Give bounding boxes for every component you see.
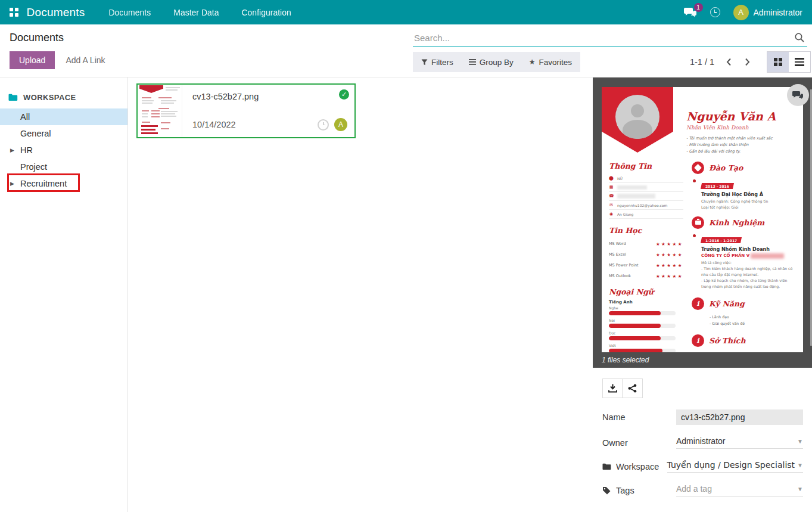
- messages-badge: 1: [694, 3, 703, 12]
- cv-info-heading: Thông Tin: [609, 162, 683, 170]
- sidebar-item-all[interactable]: All: [0, 108, 127, 125]
- cv-experience-heading: Kinh Nghiệm: [709, 218, 764, 227]
- document-date: 10/14/2022: [192, 120, 236, 129]
- preview-panel: Nguyễn Văn A Nhân Viên Kinh Doanh - Tôi …: [593, 77, 812, 512]
- cv-objectives: - Tôi muốn trở thành một nhân viên xuất …: [686, 135, 799, 155]
- caret-right-icon[interactable]: ▶: [10, 147, 14, 153]
- caret-right-icon[interactable]: ▶: [10, 181, 14, 187]
- app-brand[interactable]: Documents: [27, 6, 85, 19]
- tags-input[interactable]: Add a tag ▼: [676, 484, 803, 497]
- apps-menu-icon[interactable]: [10, 8, 18, 17]
- cv-computer-heading: Tin Học: [609, 226, 683, 235]
- activity-clock-icon[interactable]: [318, 119, 329, 131]
- tag-icon: [602, 486, 611, 495]
- chevron-down-icon: ▼: [797, 462, 803, 468]
- sidebar-item-hr[interactable]: ▶ HR: [0, 142, 127, 159]
- control-panel: Documents Upload Add A Link Filters: [0, 24, 812, 77]
- skills-info-icon: i: [692, 297, 704, 310]
- kanban-view-button[interactable]: [767, 52, 789, 72]
- sidebar-item-project[interactable]: Project: [0, 159, 127, 175]
- blurred-birthdate: [617, 185, 647, 190]
- cv-language-heading: Ngoại Ngữ: [609, 287, 683, 296]
- star-icon: ★: [529, 58, 536, 66]
- cv-hobby-heading: Sở Thích: [709, 336, 746, 345]
- tags-field-label: Tags: [602, 486, 676, 495]
- user-avatar: A: [733, 5, 749, 20]
- filters-button[interactable]: Filters: [421, 58, 453, 67]
- folder-icon: [8, 94, 18, 101]
- workspace-header: WORKSPACE: [0, 89, 127, 105]
- blurred-company: [751, 253, 784, 259]
- menu-configuration[interactable]: Configuration: [241, 8, 291, 17]
- search-options-group: Filters Group By ★ Favorites: [413, 52, 580, 72]
- workspace-field-label: Workspace: [602, 462, 667, 471]
- owner-select[interactable]: Administrator ▼: [676, 436, 803, 449]
- chat-bubble-icon: [792, 91, 804, 100]
- chevron-down-icon: ▼: [797, 438, 803, 445]
- search-icon[interactable]: [794, 32, 805, 43]
- cv-job-title: Nhân Viên Kinh Doanh: [686, 125, 799, 131]
- group-by-button[interactable]: Group By: [469, 58, 514, 67]
- kanban-icon: [774, 58, 782, 66]
- cv-preview-image[interactable]: Nguyễn Văn A Nhân Viên Kinh Doanh - Tôi …: [602, 87, 803, 352]
- cv-skills-heading: Kỹ Năng: [709, 299, 745, 308]
- share-button[interactable]: [623, 378, 643, 398]
- user-name: Administrator: [754, 8, 802, 17]
- owner-avatar[interactable]: A: [334, 118, 347, 131]
- documents-kanban-area: cv13-c52b27.png 10/14/2022 A ✓: [128, 77, 593, 512]
- list-view-button[interactable]: [789, 52, 810, 72]
- blurred-phone: [617, 194, 655, 198]
- folder-icon: [602, 463, 611, 470]
- document-thumbnail: [138, 85, 182, 136]
- favorites-button[interactable]: ★ Favorites: [529, 58, 572, 67]
- user-menu[interactable]: A Administrator: [733, 5, 802, 20]
- hobby-info-icon: i: [692, 334, 704, 347]
- cv-shield-shape: [602, 87, 673, 153]
- add-a-link-button[interactable]: Add A Link: [57, 51, 113, 69]
- workspace-sidebar: WORKSPACE All General ▶ HR Project ▶ Rec…: [0, 77, 128, 512]
- document-card[interactable]: cv13-c52b27.png 10/14/2022 A ✓: [136, 83, 356, 138]
- share-icon: [628, 384, 637, 393]
- chatter-toggle-button[interactable]: [787, 84, 809, 106]
- workspace-select[interactable]: Tuyển dụng / Design Specialist ▼: [667, 460, 803, 473]
- name-field-label: Name: [602, 412, 676, 422]
- files-selected-status: 1 files selected: [593, 352, 812, 368]
- cv-avatar-placeholder: [615, 95, 659, 139]
- menu-master-data[interactable]: Master Data: [173, 8, 219, 17]
- selected-check-icon[interactable]: ✓: [339, 89, 349, 100]
- chevron-down-icon: ▼: [797, 486, 803, 492]
- cv-education-heading: Đào Tạo: [709, 163, 743, 172]
- download-icon: [608, 384, 617, 393]
- name-field-input[interactable]: [676, 409, 803, 425]
- search-input[interactable]: [413, 30, 794, 46]
- education-icon: [692, 162, 704, 174]
- pager-previous-button[interactable]: [725, 57, 733, 67]
- list-icon: [795, 58, 804, 66]
- owner-field-label: Owner: [602, 438, 676, 448]
- funnel-icon: [421, 59, 428, 66]
- pager-range: 1-1 / 1: [690, 57, 714, 67]
- cv-candidate-name: Nguyễn Văn A: [686, 110, 799, 123]
- pager-next-button[interactable]: [743, 57, 751, 67]
- navbar-menu: Documents Master Data Configuration: [108, 8, 291, 17]
- document-details: Name Owner Administrator ▼ Workspace: [593, 368, 812, 512]
- activities-clock-icon[interactable]: [710, 7, 720, 17]
- messages-button[interactable]: 1: [684, 7, 697, 18]
- view-switcher: [767, 51, 811, 73]
- upload-button[interactable]: Upload: [10, 51, 55, 69]
- document-filename: cv13-c52b27.png: [192, 92, 347, 101]
- download-button[interactable]: [602, 378, 623, 398]
- breadcrumb: Documents: [10, 32, 403, 44]
- experience-icon: [692, 216, 704, 229]
- sidebar-item-recruitment[interactable]: ▶ Recruitment: [0, 175, 127, 192]
- sidebar-item-general[interactable]: General: [0, 125, 127, 142]
- group-by-icon: [469, 59, 476, 65]
- top-navbar: Documents Documents Master Data Configur…: [0, 0, 812, 24]
- menu-documents[interactable]: Documents: [108, 8, 151, 17]
